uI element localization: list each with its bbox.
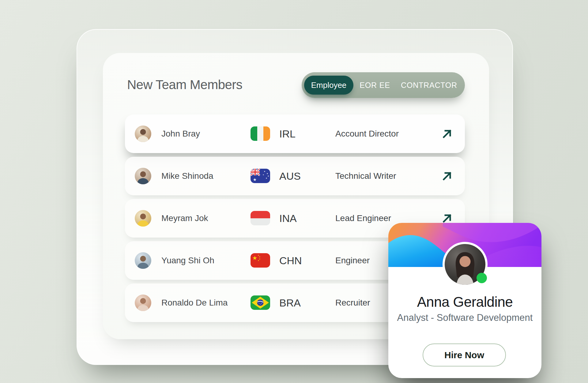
avatar (135, 126, 151, 142)
profile-name: Anna Geraldine (388, 293, 541, 310)
indonesia-flag-icon (251, 211, 270, 225)
tab-contractor[interactable]: CONTRACTOR (396, 72, 462, 98)
australia-flag-icon (251, 169, 270, 183)
brazil-flag-icon (251, 295, 270, 310)
avatar (135, 252, 151, 269)
country-code: INA (279, 199, 297, 238)
member-role: Recruiter (335, 283, 370, 322)
member-role: Account Director (335, 115, 399, 153)
country-code: CHN (279, 241, 302, 280)
page-background: New Team Members Employee EOR EE CONTRAC… (0, 0, 588, 383)
member-name: Meyram Jok (161, 199, 208, 238)
member-name: Ronaldo De Lima (161, 283, 228, 322)
online-status-dot (477, 273, 487, 283)
country-code: AUS (279, 157, 301, 195)
tab-eor-ee[interactable]: EOR EE (353, 72, 396, 98)
profile-subtitle: Analyst - Software Development (388, 312, 541, 324)
member-role: Engineer (335, 241, 370, 280)
member-name: John Bray (161, 115, 200, 153)
employment-type-tabs: Employee EOR EE CONTRACTOR (302, 72, 465, 98)
avatar (135, 295, 151, 311)
page-title: New Team Members (127, 77, 242, 92)
candidate-profile-card: Anna Geraldine Analyst - Software Develo… (388, 223, 541, 378)
member-name: Yuang Shi Oh (161, 241, 214, 280)
member-row-john-bray[interactable]: John Bray IRL Account Director (125, 115, 465, 153)
ireland-flag-icon (251, 126, 270, 141)
country-code: BRA (279, 283, 301, 322)
member-row-mike-shinoda[interactable]: Mike Shinoda (125, 157, 465, 195)
country-code: IRL (279, 115, 296, 153)
avatar (135, 168, 151, 184)
arrow-up-right-icon[interactable] (442, 157, 453, 195)
avatar (135, 210, 151, 227)
hire-now-button[interactable]: Hire Now (423, 344, 506, 366)
tab-employee[interactable]: Employee (304, 76, 353, 95)
china-flag-icon (251, 253, 270, 268)
profile-avatar-ring (443, 242, 488, 287)
member-role: Lead Engineer (335, 199, 391, 238)
arrow-up-right-icon[interactable] (442, 115, 453, 153)
member-name: Mike Shinoda (161, 157, 213, 195)
member-role: Technical Writer (335, 157, 396, 195)
